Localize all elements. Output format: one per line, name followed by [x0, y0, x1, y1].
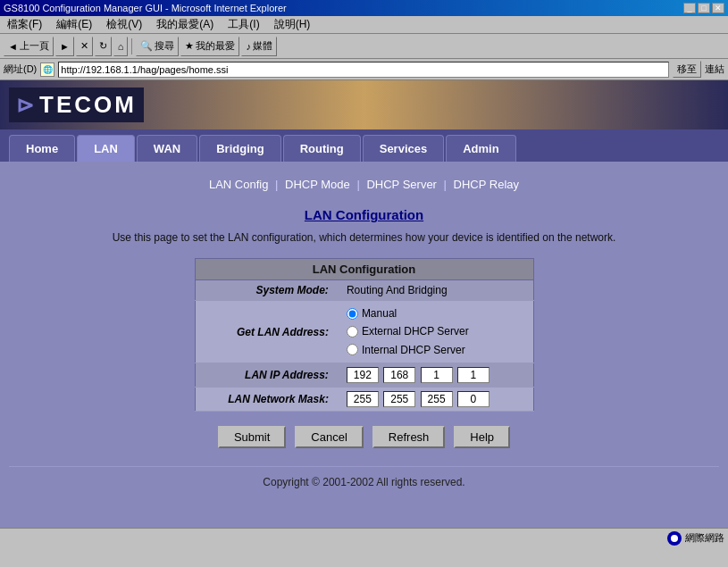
table-row-system-mode: System Mode: Routing And Bridging	[195, 280, 533, 301]
sub-nav-sep-3: |	[444, 178, 447, 191]
menu-tools[interactable]: 工具(I)	[224, 17, 263, 32]
submit-button[interactable]: Submit	[218, 426, 286, 448]
links-label: 連結	[705, 63, 724, 76]
maximize-button[interactable]: □	[698, 3, 710, 13]
menu-view[interactable]: 檢視(V)	[103, 17, 146, 32]
network-mask-label: LAN Network Mask:	[195, 388, 338, 412]
search-button[interactable]: 🔍 搜尋	[136, 37, 179, 56]
page-title-text: LAN Configuration	[305, 207, 423, 222]
cancel-button[interactable]: Cancel	[295, 426, 363, 448]
tab-lan[interactable]: LAN	[77, 135, 135, 162]
config-table: LAN Configuration System Mode: Routing A…	[195, 258, 534, 412]
config-table-wrapper: LAN Configuration System Mode: Routing A…	[9, 258, 719, 412]
menu-edit[interactable]: 編輯(E)	[53, 17, 96, 32]
radio-internal-row: Internal DHCP Server	[347, 341, 524, 359]
network-status-inner	[671, 535, 678, 542]
home-button[interactable]: ⌂	[113, 37, 129, 56]
sub-nav-sep-1: |	[275, 178, 278, 191]
tecom-logo-text: TECOM	[39, 91, 137, 119]
tab-admin[interactable]: Admin	[446, 135, 515, 162]
sub-nav-dhcp-server[interactable]: DHCP Server	[366, 178, 437, 191]
lan-ip-octet-2[interactable]	[383, 367, 415, 383]
sub-nav-lan-config[interactable]: LAN Config	[209, 178, 268, 191]
page-description: Use this page to set the LAN configurati…	[9, 231, 719, 244]
table-row-network-mask: LAN Network Mask:	[195, 388, 533, 412]
table-row-lan-ip: LAN IP Address:	[195, 363, 533, 388]
separator	[131, 38, 132, 54]
system-mode-label: System Mode:	[195, 280, 338, 301]
tecom-logo: ⊳ TECOM	[9, 88, 144, 122]
menu-help[interactable]: 說明(H)	[271, 17, 314, 32]
radio-external-dhcp[interactable]	[347, 326, 358, 338]
nav-tabs: Home LAN WAN Bridging Routing Services A…	[0, 129, 728, 162]
tab-routing[interactable]: Routing	[283, 135, 361, 162]
minimize-button[interactable]: _	[683, 3, 696, 13]
address-icon: 🌐	[40, 63, 54, 77]
tab-home[interactable]: Home	[9, 135, 75, 162]
radio-manual-label: Manual	[362, 304, 397, 322]
mask-octet-2[interactable]	[383, 391, 415, 407]
mask-octet-3[interactable]	[421, 391, 453, 407]
menu-bar: 檔案(F) 編輯(E) 檢視(V) 我的最愛(A) 工具(I) 說明(H)	[0, 16, 728, 34]
status-bar: 網際網路	[0, 528, 728, 547]
get-lan-radio-group: Manual External DHCP Server Internal DHC…	[347, 304, 524, 359]
radio-external-row: External DHCP Server	[347, 322, 524, 340]
go-button[interactable]: 移至	[673, 61, 701, 78]
tab-services[interactable]: Services	[363, 135, 445, 162]
main-content: LAN Config | DHCP Mode | DHCP Server | D…	[0, 162, 728, 528]
lan-ip-octet-3[interactable]	[421, 367, 453, 383]
tecom-arrow-icon: ⊳	[16, 93, 34, 118]
lan-ip-octet-1[interactable]	[347, 367, 379, 383]
refresh-button[interactable]: Refresh	[372, 426, 446, 448]
network-status-icon	[667, 531, 682, 546]
config-table-header: LAN Configuration	[195, 259, 533, 280]
system-mode-value: Routing And Bridging	[338, 280, 533, 301]
copyright: Copyright © 2001-2002 All rights reserve…	[9, 466, 719, 497]
status-right: 網際網路	[667, 531, 724, 546]
get-lan-options: Manual External DHCP Server Internal DHC…	[338, 301, 533, 363]
tecom-header: ⊳ TECOM	[0, 80, 728, 129]
sub-nav: LAN Config | DHCP Mode | DHCP Server | D…	[9, 171, 719, 198]
address-input[interactable]	[58, 62, 669, 78]
sub-nav-dhcp-mode[interactable]: DHCP Mode	[285, 178, 350, 191]
radio-internal-label: Internal DHCP Server	[362, 341, 465, 359]
page-title: LAN Configuration	[9, 207, 719, 222]
radio-manual-row: Manual	[347, 304, 524, 322]
action-buttons: Submit Cancel Refresh Help	[9, 426, 719, 448]
tab-wan[interactable]: WAN	[137, 135, 197, 162]
address-bar: 網址(D) 🌐 移至 連結	[0, 59, 728, 80]
toolbar: ◄ 上一頁 ► ✕ ↻ ⌂ 🔍 搜尋 ★ 我的最愛 ♪ 媒體	[0, 34, 728, 59]
radio-external-label: External DHCP Server	[362, 322, 469, 340]
table-row-get-lan: Get LAN Address: Manual External DHCP Se…	[195, 301, 533, 363]
favorites-button[interactable]: ★ 我的最愛	[180, 37, 239, 56]
sub-nav-sep-2: |	[356, 178, 359, 191]
radio-manual[interactable]	[347, 308, 358, 320]
mask-octet-4[interactable]	[457, 391, 490, 407]
window-controls[interactable]: _ □ ✕	[683, 3, 724, 13]
tab-bridging[interactable]: Bridging	[199, 135, 280, 162]
sub-nav-dhcp-relay[interactable]: DHCP Relay	[454, 178, 519, 191]
lan-ip-label: LAN IP Address:	[195, 363, 338, 388]
network-mask-fields	[338, 388, 533, 412]
window-title: GS8100 Configuration Manager GUI - Micro…	[4, 3, 287, 13]
lan-ip-fields	[338, 363, 533, 388]
status-network-label: 網際網路	[685, 531, 724, 545]
refresh-button[interactable]: ↻	[95, 37, 112, 56]
get-lan-label: Get LAN Address:	[195, 301, 338, 363]
menu-favorites[interactable]: 我的最愛(A)	[153, 17, 217, 32]
menu-file[interactable]: 檔案(F)	[4, 17, 46, 32]
mask-octet-1[interactable]	[347, 391, 379, 407]
close-button[interactable]: ✕	[712, 3, 724, 13]
back-button[interactable]: ◄ 上一頁	[4, 37, 54, 56]
lan-ip-octet-4[interactable]	[457, 367, 490, 383]
forward-button[interactable]: ►	[55, 37, 74, 56]
stop-button[interactable]: ✕	[76, 37, 93, 56]
media-button[interactable]: ♪ 媒體	[241, 37, 277, 56]
address-label: 網址(D)	[4, 63, 37, 76]
radio-internal-dhcp[interactable]	[347, 344, 358, 355]
title-bar: GS8100 Configuration Manager GUI - Micro…	[0, 0, 728, 16]
help-button[interactable]: Help	[454, 426, 510, 448]
